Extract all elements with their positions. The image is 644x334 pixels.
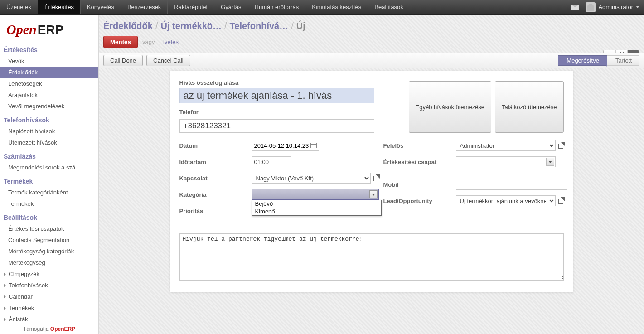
label-duration: Időtartam: [179, 159, 252, 165]
sidebar-collapsible[interactable]: Termékek: [0, 302, 98, 314]
breadcrumb-link[interactable]: Új termékkö…: [160, 21, 222, 31]
or-text: vagy: [142, 39, 155, 45]
topmenu-item[interactable]: Értékesítés: [38, 0, 81, 14]
sidebar-item[interactable]: Lehetőségek: [0, 78, 98, 89]
sidebar-item[interactable]: Ütemezett hívások: [0, 137, 98, 148]
chevron-down-icon: [636, 6, 639, 8]
lead-select[interactable]: Új termékkört ajánlunk a vevőknek: [456, 195, 556, 206]
breadcrumb-link[interactable]: Telefonhívá…: [230, 21, 289, 31]
sidebar-collapsible[interactable]: Calendar: [0, 291, 98, 302]
topmenu-item[interactable]: Kimutatás készítés: [305, 0, 368, 14]
duration-input[interactable]: [252, 156, 291, 167]
status-confirmed[interactable]: Megerősítve: [558, 55, 607, 66]
phone-input[interactable]: [179, 119, 374, 133]
external-link-icon[interactable]: [373, 175, 380, 181]
breadcrumb-current: Új: [296, 21, 305, 31]
action-status-bar: Call Done Cancel Call Megerősítve Tartot…: [99, 53, 644, 68]
sidebar-collapsible-label: Termékek: [9, 305, 34, 311]
sidebar-collapsible-label: Telefonhívások: [9, 282, 48, 289]
sidebar-footer: Támogatja OpenERP: [0, 326, 98, 332]
footer-brand[interactable]: OpenERP: [50, 326, 75, 332]
sidebar-item[interactable]: Mértékegység kategóriák: [0, 246, 98, 257]
category-option[interactable]: Bejövő: [252, 200, 381, 208]
salesteam-select[interactable]: [456, 156, 556, 167]
sidebar-item[interactable]: Megrendelési sorok a szá…: [0, 162, 98, 173]
sidebar-collapsible[interactable]: Árlisták: [0, 314, 98, 325]
sidebar-item[interactable]: Vevői megrendelések: [0, 101, 98, 112]
label-date: Dátum: [179, 142, 252, 149]
sidebar-collapsible-label: Árlisták: [9, 316, 28, 323]
sidebar-item[interactable]: Naplózott hívások: [0, 126, 98, 137]
chevron-down-icon: [548, 161, 552, 163]
date-text[interactable]: [254, 142, 309, 149]
label-mobile: Mobil: [383, 181, 456, 188]
schedule-other-calls-button[interactable]: Egyéb hívások ütemezése: [409, 81, 491, 133]
external-link-icon[interactable]: [558, 198, 565, 204]
logo-erp: ERP: [38, 23, 64, 37]
sidebar-collapsible-label: Calendar: [9, 293, 33, 300]
chevron-right-icon: [4, 272, 6, 276]
sidebar-item[interactable]: Érdeklődők: [0, 67, 98, 78]
call-done-button[interactable]: Call Done: [103, 55, 143, 66]
date-input[interactable]: [252, 140, 319, 151]
dropdown-toggle-icon[interactable]: [369, 190, 378, 198]
chevron-right-icon: [4, 318, 6, 321]
schedule-meeting-button[interactable]: Találkozó ütemezése: [495, 81, 563, 133]
sidebar-item[interactable]: Vevők: [0, 55, 98, 67]
summary-input[interactable]: [179, 88, 374, 103]
save-button[interactable]: Mentés: [103, 36, 138, 48]
dropdown-toggle-icon[interactable]: [546, 158, 554, 166]
topmenu-item[interactable]: Raktárépület: [168, 0, 214, 14]
topmenu-item[interactable]: Beállítások: [368, 0, 410, 14]
label-lead: Lead/Opportunity: [383, 198, 456, 204]
chevron-right-icon: [4, 284, 6, 287]
topmenu-item[interactable]: Beszerzések: [121, 0, 168, 14]
category-option[interactable]: Kimenő: [252, 208, 381, 215]
contact-select[interactable]: Nagy Viktor (Vevő Kft): [252, 173, 371, 184]
logo[interactable]: OpenERP: [0, 15, 98, 42]
sidebar-item[interactable]: Termékek: [0, 198, 98, 209]
sidebar-section-title[interactable]: Telefonhívások: [0, 112, 98, 126]
sidebar-collapsible-label: Címjegyzék: [9, 271, 39, 277]
sidebar-section-title[interactable]: Értékesítés: [0, 42, 98, 55]
user-name: Administrator: [598, 4, 633, 10]
sidebar-item[interactable]: Termék kategóriánként: [0, 187, 98, 198]
footer-leading: Támogatja: [23, 326, 50, 332]
logo-open: Open: [6, 22, 37, 37]
status-held[interactable]: Tartott: [607, 55, 639, 66]
topmenu-item[interactable]: Gyártás: [214, 0, 248, 14]
mobile-input[interactable]: [456, 179, 567, 190]
label-summary: Hívás összefoglalása: [179, 79, 409, 86]
label-phone: Telefon: [179, 109, 409, 116]
label-priority: Prioritás: [179, 208, 252, 214]
topmenu-item[interactable]: Üzenetek: [0, 0, 38, 14]
sidebar-section-title[interactable]: Termékek: [0, 173, 98, 187]
sidebar-item[interactable]: Mértékegység: [0, 257, 98, 268]
chevron-down-icon: [372, 194, 375, 196]
sidebar-item[interactable]: Contacts Segmentation: [0, 234, 98, 246]
sidebar-item[interactable]: Értékesítési csapatok: [0, 223, 98, 234]
external-link-icon[interactable]: [558, 142, 565, 149]
calendar-icon[interactable]: [310, 143, 317, 148]
sidebar-item[interactable]: Árajánlatok: [0, 89, 98, 101]
user-menu[interactable]: Administrator: [586, 2, 639, 12]
messages-icon[interactable]: [571, 5, 579, 10]
avatar-icon: [586, 2, 596, 12]
cancel-call-button[interactable]: Cancel Call: [146, 55, 190, 66]
notes-textarea[interactable]: [179, 233, 564, 281]
chevron-right-icon: [4, 295, 6, 299]
sidebar-collapsible[interactable]: Címjegyzék: [0, 268, 98, 280]
responsible-select[interactable]: Administrator: [456, 140, 556, 151]
category-select[interactable]: [252, 189, 379, 200]
topmenu-item[interactable]: Humán erőforrás: [248, 0, 306, 14]
sidebar-section-title[interactable]: Beállítások: [0, 209, 98, 223]
sidebar-section-title[interactable]: Számlázás: [0, 148, 98, 162]
breadcrumb: Érdeklődők / Új termékkö… / Telefonhívá……: [99, 15, 644, 33]
topmenu-item[interactable]: Könyvelés: [81, 0, 121, 14]
sidebar-collapsible[interactable]: Telefonhívások: [0, 280, 98, 291]
label-contact: Kapcsolat: [179, 175, 252, 182]
category-dropdown-menu: Bejövő Kimenő: [252, 200, 382, 216]
discard-link[interactable]: Elvetés: [159, 39, 179, 45]
label-category: Kategória: [179, 191, 252, 198]
breadcrumb-link[interactable]: Érdeklődők: [103, 21, 153, 31]
